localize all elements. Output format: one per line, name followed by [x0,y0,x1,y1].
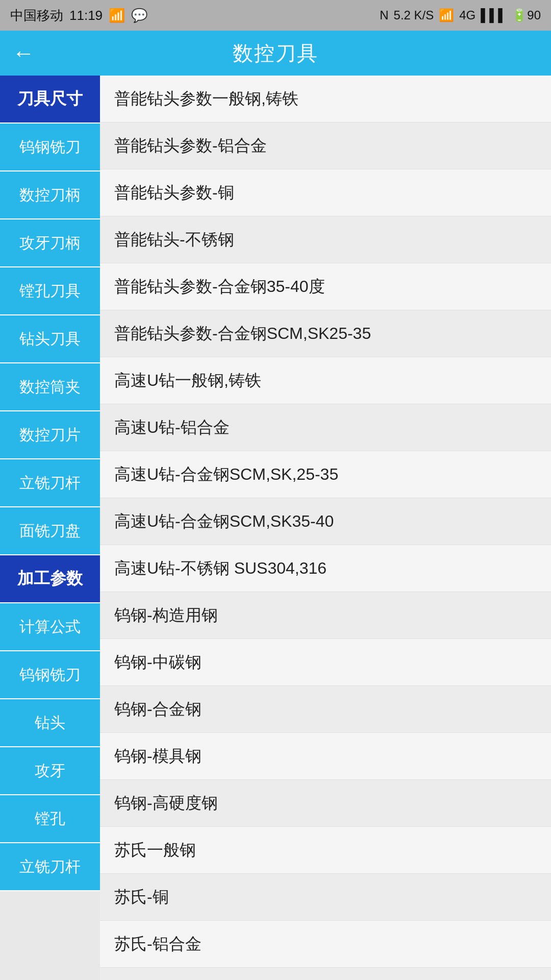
sidebar-item-process-param[interactable]: 加工参数 [0,555,100,603]
sidebar-item-cnc-collet[interactable]: 数控筒夹 [0,363,100,411]
list-item[interactable]: 普能钻头参数-合金钢35-40度 [100,263,551,310]
list-item[interactable]: 钨钢-构造用钢 [100,592,551,639]
sidebar-item-formula[interactable]: 计算公式 [0,603,100,651]
list-item[interactable]: 普能钻头参数-铜 [100,169,551,216]
list-item[interactable]: 钨钢-高硬度钢 [100,780,551,827]
list-item[interactable]: 钨钢-中碳钢 [100,639,551,686]
sidebar-item-cnc-handle[interactable]: 数控刀柄 [0,172,100,219]
list-item[interactable]: 高速U钻-合金钢SCM,SK35-40 [100,498,551,545]
time-label: 11:19 [69,8,103,23]
list-item[interactable]: 高速U钻-不锈钢 SUS304,316 [100,545,551,592]
sidebar-item-boring-tool[interactable]: 镗孔刀具 [0,267,100,315]
list-item[interactable]: 苏氏-合金钢25-35 [100,968,551,980]
sidebar-item-tungsten-mill[interactable]: 钨钢铣刀 [0,124,100,172]
sidebar-item-boring2[interactable]: 镗孔 [0,795,100,843]
page-title: 数控刀具 [233,39,318,67]
speed-label: 5.2 K/S [394,8,434,22]
signal-label: 4G [459,8,475,22]
list-item[interactable]: 苏氏-铝合金 [100,921,551,968]
carrier-icon: 📶 [109,8,125,23]
list-item[interactable]: 苏氏一般钢 [100,827,551,874]
sidebar-item-drill2[interactable]: 钻头 [0,699,100,747]
app-header: ← 数控刀具 [0,31,551,76]
sidebar-item-tool-size[interactable]: 刀具尺寸 [0,76,100,124]
sidebar-item-tap2[interactable]: 攻牙 [0,747,100,795]
main-layout: 刀具尺寸钨钢铣刀数控刀柄攻牙刀柄镗孔刀具钻头刀具数控筒夹数控刀片立铣刀杆面铣刀盘… [0,76,551,980]
nfc-icon: N [380,8,388,22]
list-item[interactable]: 普能钻头参数一般钢,铸铁 [100,76,551,122]
carrier-label: 中国移动 [10,7,63,24]
list-item[interactable]: 钨钢-模具钢 [100,733,551,780]
sidebar-item-end-mill-bar2[interactable]: 立铣刀杆 [0,843,100,891]
list-item[interactable]: 普能钻头参数-铝合金 [100,122,551,169]
list-item[interactable]: 普能钻头-不锈钢 [100,216,551,263]
sidebar-item-tungsten-mill2[interactable]: 钨钢铣刀 [0,651,100,699]
sidebar-item-tap-handle[interactable]: 攻牙刀柄 [0,219,100,267]
list-item[interactable]: 高速U钻-合金钢SCM,SK,25-35 [100,451,551,498]
content-list: 普能钻头参数一般钢,铸铁普能钻头参数-铝合金普能钻头参数-铜普能钻头-不锈钢普能… [100,76,551,980]
status-right: N 5.2 K/S 📶 4G ▌▌▌ 🔋90 [380,8,541,22]
sidebar-item-end-mill-bar[interactable]: 立铣刀杆 [0,459,100,507]
wifi-icon: 📶 [439,8,454,22]
list-item[interactable]: 普能钻头参数-合金钢SCM,SK25-35 [100,310,551,357]
status-left: 中国移动 11:19 📶 💬 [10,7,147,24]
sidebar-item-drill-tool[interactable]: 钻头刀具 [0,315,100,363]
sidebar-item-cnc-insert[interactable]: 数控刀片 [0,411,100,459]
battery-label: 🔋90 [512,8,541,22]
status-bar: 中国移动 11:19 📶 💬 N 5.2 K/S 📶 4G ▌▌▌ 🔋90 [0,0,551,31]
signal-bars: ▌▌▌ [481,8,507,22]
back-button[interactable]: ← [12,42,35,64]
sidebar-item-face-mill-disc[interactable]: 面铣刀盘 [0,507,100,555]
list-item[interactable]: 高速U钻-铝合金 [100,404,551,451]
list-item[interactable]: 高速U钻一般钢,铸铁 [100,357,551,404]
list-item[interactable]: 苏氏-铜 [100,874,551,921]
sidebar: 刀具尺寸钨钢铣刀数控刀柄攻牙刀柄镗孔刀具钻头刀具数控筒夹数控刀片立铣刀杆面铣刀盘… [0,76,100,980]
list-item[interactable]: 钨钢-合金钢 [100,686,551,733]
wechat-icon: 💬 [131,8,147,23]
